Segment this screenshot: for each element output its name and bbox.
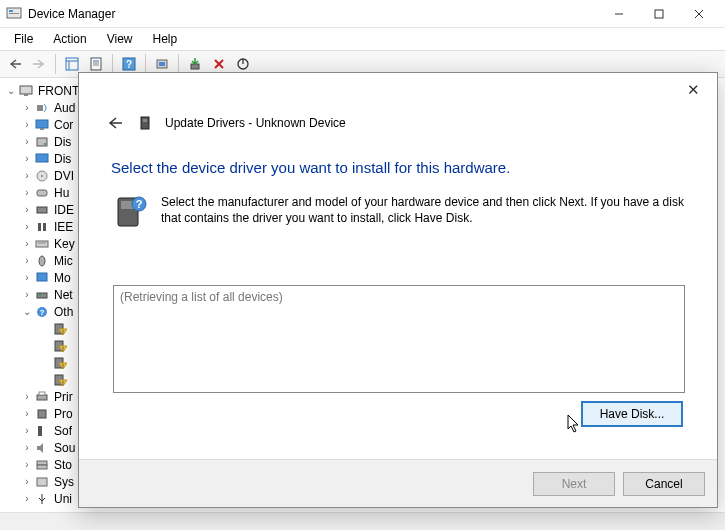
svg-rect-35 xyxy=(43,223,46,231)
software-icon xyxy=(34,424,50,438)
svg-rect-22 xyxy=(20,86,32,94)
svg-text:!: ! xyxy=(62,380,64,386)
hid-icon xyxy=(34,186,50,200)
svg-rect-2 xyxy=(9,13,19,14)
collapse-icon[interactable]: ⌄ xyxy=(4,85,18,96)
expand-icon[interactable]: › xyxy=(20,272,34,283)
expand-icon[interactable]: › xyxy=(20,476,34,487)
svg-rect-52 xyxy=(37,395,47,400)
cancel-button[interactable]: Cancel xyxy=(623,472,705,496)
tree-item-label: Aud xyxy=(54,101,75,115)
unknown-device-warning-icon: ! xyxy=(52,356,68,370)
tree-item-label: Uni xyxy=(54,492,72,506)
dialog-close-button[interactable]: ✕ xyxy=(679,79,707,101)
svg-rect-40 xyxy=(37,293,47,298)
tree-item-label: Sys xyxy=(54,475,74,489)
minimize-button[interactable] xyxy=(599,1,639,27)
forward-button[interactable] xyxy=(28,53,50,75)
back-button[interactable] xyxy=(4,53,26,75)
expand-icon[interactable]: › xyxy=(20,289,34,300)
expand-icon[interactable]: ⌄ xyxy=(20,306,34,317)
menu-file[interactable]: File xyxy=(4,30,43,48)
svg-rect-53 xyxy=(39,392,45,395)
tree-item-label: Prir xyxy=(54,390,73,404)
expand-icon[interactable]: › xyxy=(20,391,34,402)
expand-icon[interactable]: › xyxy=(20,170,34,181)
svg-rect-25 xyxy=(36,120,48,128)
tree-item-label: Key xyxy=(54,237,75,251)
tree-root-label: FRONT xyxy=(38,84,79,98)
svg-rect-10 xyxy=(91,58,101,70)
svg-text:!: ! xyxy=(62,363,64,369)
expand-icon[interactable]: › xyxy=(20,136,34,147)
expand-icon[interactable]: › xyxy=(20,187,34,198)
unknown-device-warning-icon: ! xyxy=(52,339,68,353)
have-disk-button[interactable]: Have Disk... xyxy=(581,401,683,427)
display-icon xyxy=(34,152,50,166)
expand-icon[interactable]: › xyxy=(20,493,34,504)
svg-text:!: ! xyxy=(62,329,64,335)
tree-item-label: Mo xyxy=(54,271,71,285)
tree-item-label: IEE xyxy=(54,220,73,234)
processor-icon xyxy=(34,407,50,421)
keyboard-icon xyxy=(34,237,50,251)
tree-item-label: IDE xyxy=(54,203,74,217)
dialog-title: Update Drivers - Unknown Device xyxy=(165,116,346,130)
device-list[interactable]: (Retrieving a list of all devices) xyxy=(113,285,685,393)
expand-icon[interactable]: › xyxy=(20,408,34,419)
menu-action[interactable]: Action xyxy=(43,30,96,48)
menu-help[interactable]: Help xyxy=(143,30,188,48)
svg-point-28 xyxy=(44,143,46,145)
svg-text:!: ! xyxy=(62,346,64,352)
expand-icon[interactable]: › xyxy=(20,153,34,164)
svg-rect-17 xyxy=(159,62,165,66)
svg-rect-60 xyxy=(143,119,147,122)
expand-icon[interactable]: › xyxy=(20,102,34,113)
svg-rect-34 xyxy=(38,223,41,231)
window-title: Device Manager xyxy=(28,7,599,21)
svg-text:?: ? xyxy=(136,198,143,210)
svg-rect-33 xyxy=(37,207,47,213)
svg-rect-26 xyxy=(40,128,44,130)
tree-item-label: Dis xyxy=(54,152,71,166)
expand-icon[interactable]: › xyxy=(20,119,34,130)
svg-text:?: ? xyxy=(40,308,45,317)
svg-rect-1 xyxy=(9,10,13,12)
expand-icon[interactable]: › xyxy=(20,425,34,436)
svg-rect-4 xyxy=(655,10,663,18)
tree-item-label: Sof xyxy=(54,424,72,438)
svg-rect-54 xyxy=(38,410,46,418)
svg-rect-39 xyxy=(37,273,47,281)
expand-icon[interactable]: › xyxy=(20,204,34,215)
svg-rect-59 xyxy=(141,117,149,129)
next-button[interactable]: Next xyxy=(533,472,615,496)
svg-rect-29 xyxy=(36,154,48,162)
computer-icon xyxy=(18,84,34,98)
tree-item-label: Oth xyxy=(54,305,73,319)
close-button[interactable] xyxy=(679,1,719,27)
sound-icon xyxy=(34,441,50,455)
expand-icon[interactable]: › xyxy=(20,255,34,266)
update-drivers-dialog: ✕ Update Drivers - Unknown Device Select… xyxy=(78,72,718,508)
system-icon xyxy=(34,475,50,489)
tree-item-label: Sou xyxy=(54,441,75,455)
titlebar: Device Manager xyxy=(0,0,725,28)
app-icon xyxy=(6,6,22,22)
tree-item-label: Cor xyxy=(54,118,73,132)
svg-point-38 xyxy=(39,256,45,266)
dialog-back-button[interactable] xyxy=(105,113,125,133)
expand-icon[interactable]: › xyxy=(20,221,34,232)
svg-point-41 xyxy=(39,294,41,296)
expand-icon[interactable]: › xyxy=(20,238,34,249)
svg-text:?: ? xyxy=(126,59,132,70)
menubar: File Action View Help xyxy=(0,28,725,50)
expand-icon[interactable]: › xyxy=(20,442,34,453)
menu-view[interactable]: View xyxy=(97,30,143,48)
expand-icon[interactable]: › xyxy=(20,459,34,470)
usb-icon xyxy=(34,492,50,506)
device-icon xyxy=(137,115,153,131)
svg-rect-24 xyxy=(37,105,43,111)
maximize-button[interactable] xyxy=(639,1,679,27)
printer-icon xyxy=(34,390,50,404)
dialog-heading: Select the device driver you want to ins… xyxy=(79,133,717,176)
